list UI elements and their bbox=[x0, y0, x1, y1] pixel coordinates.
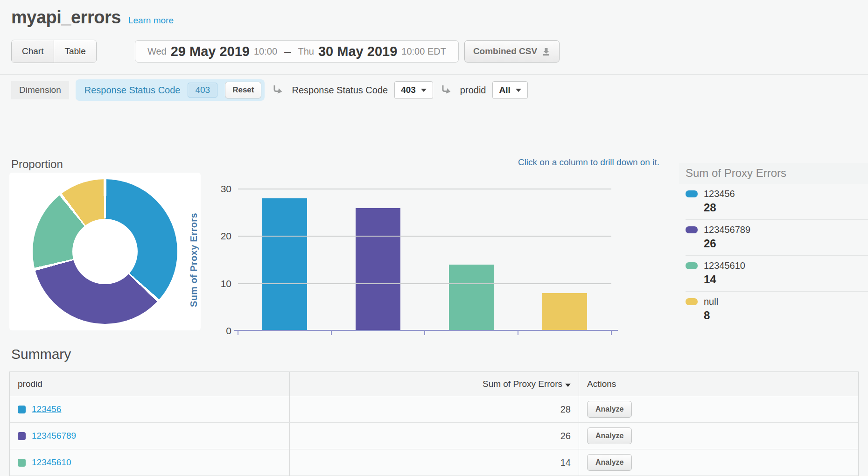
column-header-prodid: prodid bbox=[10, 372, 290, 396]
legend-label: null bbox=[704, 296, 718, 307]
bar-column-null[interactable] bbox=[518, 189, 611, 331]
column-header-sum-sortable[interactable]: Sum of Proxy Errors bbox=[290, 372, 579, 396]
legend-swatch bbox=[686, 262, 698, 269]
proportion-title: Proportion bbox=[11, 158, 63, 171]
sort-desc-icon bbox=[565, 384, 571, 387]
actions-cell: Analyze bbox=[579, 449, 858, 476]
bar[interactable] bbox=[262, 198, 307, 331]
x-axis-line bbox=[234, 330, 618, 331]
legend-swatch bbox=[686, 190, 698, 197]
x-tick-mark bbox=[518, 331, 518, 335]
sum-value-cell: 14 bbox=[290, 449, 579, 476]
start-day: Wed bbox=[147, 46, 167, 57]
view-toggle: Chart Table bbox=[11, 40, 97, 63]
learn-more-link[interactable]: Learn more bbox=[128, 15, 174, 26]
actions-cell: Analyze bbox=[579, 423, 858, 449]
gridline bbox=[238, 236, 611, 237]
filter-value: 403 bbox=[188, 83, 217, 98]
summary-title: Summary bbox=[11, 346, 868, 362]
y-axis-label: Sum of Proxy Errors bbox=[189, 189, 204, 331]
actions-cell: Analyze bbox=[579, 396, 858, 422]
legend-value: 8 bbox=[704, 309, 868, 322]
toolbar: Chart Table Wed 29 May 2019 10:00 – Thu … bbox=[11, 40, 868, 63]
bar[interactable] bbox=[356, 208, 400, 331]
combined-csv-label: Combined CSV bbox=[473, 46, 537, 56]
chart-section: Proportion Click on a column to drill do… bbox=[0, 101, 868, 334]
analyze-button[interactable]: Analyze bbox=[587, 427, 632, 444]
gridline bbox=[238, 189, 611, 189]
proportion-donut-chart bbox=[33, 179, 177, 324]
bar[interactable] bbox=[449, 265, 494, 331]
active-filter-pill[interactable]: Response Status Code 403 Reset bbox=[76, 79, 265, 101]
chart-legend: Sum of Proxy Errors 12345628123456789261… bbox=[679, 163, 868, 327]
drilldown-arrow-icon bbox=[441, 84, 453, 96]
series-swatch bbox=[18, 432, 26, 440]
end-day: Thu bbox=[298, 46, 314, 57]
tab-chart[interactable]: Chart bbox=[12, 40, 54, 63]
table-row: 1234561014Analyze bbox=[10, 449, 858, 476]
drilldown-1-label: Response Status Code bbox=[292, 85, 388, 96]
bar-chart: 0102030 bbox=[238, 189, 611, 331]
prodid-link[interactable]: 12345610 bbox=[32, 457, 71, 468]
bar[interactable] bbox=[542, 293, 587, 331]
filter-name: Response Status Code bbox=[84, 85, 181, 96]
prodid-cell: 123456789 bbox=[10, 423, 290, 449]
legend-swatch bbox=[686, 298, 698, 305]
chevron-down-icon bbox=[516, 89, 521, 92]
legend-label: 123456 bbox=[704, 189, 735, 199]
chevron-down-icon bbox=[421, 89, 427, 92]
prodid-link[interactable]: 123456 bbox=[32, 404, 61, 414]
summary-table: prodid Sum of Proxy Errors Actions 12345… bbox=[9, 371, 859, 476]
legend-items: 12345628123456789261234561014null8 bbox=[679, 184, 868, 327]
y-tick-label: 10 bbox=[204, 278, 231, 289]
x-tick-mark bbox=[331, 331, 332, 335]
end-date: 30 May 2019 bbox=[318, 44, 397, 59]
combined-csv-button[interactable]: Combined CSV bbox=[464, 40, 560, 63]
legend-swatch bbox=[686, 226, 698, 233]
drilldown-2-select[interactable]: All bbox=[492, 81, 527, 99]
proportion-card bbox=[9, 173, 201, 330]
legend-title: Sum of Proxy Errors bbox=[679, 163, 868, 184]
drilldown-arrow-icon bbox=[272, 84, 284, 96]
legend-label: 123456789 bbox=[704, 224, 750, 235]
prodid-cell: 12345610 bbox=[10, 449, 290, 476]
x-tick-mark bbox=[238, 331, 238, 335]
analytics-page: myapi_errors Learn more Chart Table Wed … bbox=[0, 0, 868, 476]
dimension-label: Dimension bbox=[11, 81, 69, 99]
gridline bbox=[238, 283, 611, 284]
legend-item: 12345678926 bbox=[686, 219, 868, 255]
x-tick-mark bbox=[611, 331, 612, 335]
x-tick-mark bbox=[424, 331, 425, 335]
bar-column-123456789[interactable] bbox=[331, 189, 425, 331]
y-tick-label: 30 bbox=[204, 183, 231, 195]
tab-table[interactable]: Table bbox=[54, 40, 96, 63]
section-divider bbox=[0, 74, 868, 75]
drilldown-2-value: All bbox=[499, 85, 510, 95]
analyze-button[interactable]: Analyze bbox=[587, 401, 632, 418]
prodid-cell: 123456 bbox=[10, 396, 290, 422]
drilldown-hint: Click on a column to drill down on it. bbox=[518, 157, 659, 168]
sum-value-cell: 26 bbox=[290, 423, 579, 449]
start-time: 10:00 bbox=[254, 46, 277, 57]
table-row: 12345678926Analyze bbox=[10, 422, 858, 449]
date-range-picker[interactable]: Wed 29 May 2019 10:00 – Thu 30 May 2019 … bbox=[135, 40, 459, 63]
drilldown-1-select[interactable]: 403 bbox=[394, 81, 433, 99]
download-icon bbox=[542, 47, 551, 56]
bar-column-123456[interactable] bbox=[238, 189, 331, 331]
bar-series bbox=[238, 189, 611, 331]
prodid-link[interactable]: 123456789 bbox=[32, 431, 76, 441]
analyze-button[interactable]: Analyze bbox=[587, 454, 632, 471]
legend-item: 12345628 bbox=[686, 184, 868, 219]
y-tick-label: 0 bbox=[204, 325, 231, 336]
legend-item: 1234561014 bbox=[686, 255, 868, 291]
legend-label: 12345610 bbox=[704, 260, 745, 271]
drilldown-1-value: 403 bbox=[401, 85, 416, 95]
table-header-row: prodid Sum of Proxy Errors Actions bbox=[10, 372, 858, 396]
y-tick-label: 20 bbox=[204, 231, 231, 242]
bar-column-12345610[interactable] bbox=[425, 189, 518, 331]
start-date: 29 May 2019 bbox=[171, 44, 250, 59]
legend-item: null8 bbox=[686, 291, 868, 327]
end-time: 10:00 EDT bbox=[401, 46, 446, 57]
reset-filter-button[interactable]: Reset bbox=[225, 82, 261, 98]
sum-value-cell: 28 bbox=[290, 396, 579, 422]
